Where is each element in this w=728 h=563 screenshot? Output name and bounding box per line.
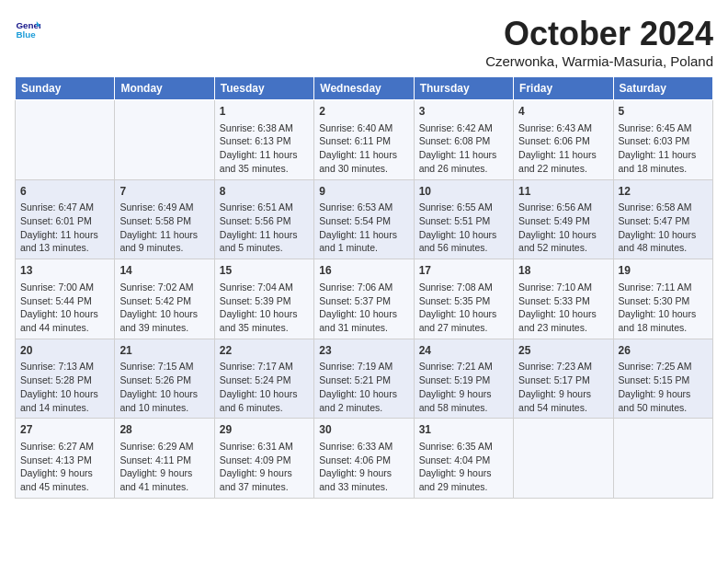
day-number: 20: [20, 343, 109, 359]
calendar-cell: 20Sunrise: 7:13 AMSunset: 5:28 PMDayligh…: [16, 339, 115, 419]
day-number: 29: [220, 422, 309, 438]
cell-content: Sunrise: 6:29 AMSunset: 4:11 PMDaylight:…: [119, 440, 209, 494]
cell-content: Sunrise: 7:23 AMSunset: 5:17 PMDaylight:…: [518, 360, 608, 414]
calendar-cell: 23Sunrise: 7:19 AMSunset: 5:21 PMDayligh…: [314, 339, 414, 419]
day-header-wednesday: Wednesday: [314, 77, 414, 100]
day-number: 25: [518, 343, 608, 359]
cell-content: Sunrise: 7:08 AMSunset: 5:35 PMDaylight:…: [419, 281, 508, 335]
calendar-cell: 9Sunrise: 6:53 AMSunset: 5:54 PMDaylight…: [314, 179, 414, 259]
cell-content: Sunrise: 6:53 AMSunset: 5:54 PMDaylight:…: [319, 201, 408, 255]
calendar-week-3: 13Sunrise: 7:00 AMSunset: 5:44 PMDayligh…: [16, 259, 713, 339]
day-number: 22: [220, 343, 309, 359]
calendar-body: 1Sunrise: 6:38 AMSunset: 6:13 PMDaylight…: [16, 100, 713, 499]
cell-content: Sunrise: 6:56 AMSunset: 5:49 PMDaylight:…: [518, 201, 608, 255]
calendar-cell: [613, 419, 712, 499]
cell-content: Sunrise: 6:47 AMSunset: 6:01 PMDaylight:…: [20, 201, 109, 255]
calendar-cell: 1Sunrise: 6:38 AMSunset: 6:13 PMDaylight…: [214, 100, 313, 180]
cell-content: Sunrise: 6:55 AMSunset: 5:51 PMDaylight:…: [419, 201, 508, 255]
day-number: 12: [619, 184, 708, 200]
day-number: 15: [220, 263, 309, 279]
day-header-saturday: Saturday: [613, 77, 712, 100]
day-number: 10: [419, 184, 508, 200]
cell-content: Sunrise: 6:38 AMSunset: 6:13 PMDaylight:…: [220, 121, 309, 176]
cell-content: Sunrise: 7:13 AMSunset: 5:28 PMDaylight:…: [20, 360, 109, 414]
calendar-cell: 18Sunrise: 7:10 AMSunset: 5:33 PMDayligh…: [514, 259, 613, 339]
day-header-monday: Monday: [115, 77, 214, 100]
cell-content: Sunrise: 6:58 AMSunset: 5:47 PMDaylight:…: [619, 201, 708, 255]
calendar-cell: 25Sunrise: 7:23 AMSunset: 5:17 PMDayligh…: [514, 339, 613, 419]
cell-content: Sunrise: 6:49 AMSunset: 5:58 PMDaylight:…: [119, 201, 209, 255]
calendar-week-2: 6Sunrise: 6:47 AMSunset: 6:01 PMDaylight…: [16, 179, 713, 259]
calendar-week-5: 27Sunrise: 6:27 AMSunset: 4:13 PMDayligh…: [16, 419, 713, 499]
day-number: 14: [119, 263, 209, 279]
calendar-header-row: SundayMondayTuesdayWednesdayThursdayFrid…: [16, 77, 713, 100]
cell-content: Sunrise: 6:40 AMSunset: 6:11 PMDaylight:…: [319, 121, 408, 176]
day-number: 4: [518, 104, 608, 120]
calendar-cell: 7Sunrise: 6:49 AMSunset: 5:58 PMDaylight…: [115, 179, 214, 259]
day-number: 18: [518, 263, 608, 279]
cell-content: Sunrise: 7:15 AMSunset: 5:26 PMDaylight:…: [119, 360, 209, 414]
cell-content: Sunrise: 7:21 AMSunset: 5:19 PMDaylight:…: [419, 360, 508, 414]
calendar-cell: 16Sunrise: 7:06 AMSunset: 5:37 PMDayligh…: [314, 259, 414, 339]
calendar-cell: 17Sunrise: 7:08 AMSunset: 5:35 PMDayligh…: [414, 259, 513, 339]
day-number: 1: [220, 104, 309, 120]
calendar-cell: 10Sunrise: 6:55 AMSunset: 5:51 PMDayligh…: [414, 179, 513, 259]
calendar-week-4: 20Sunrise: 7:13 AMSunset: 5:28 PMDayligh…: [16, 339, 713, 419]
calendar-cell: 21Sunrise: 7:15 AMSunset: 5:26 PMDayligh…: [115, 339, 214, 419]
day-header-friday: Friday: [514, 77, 613, 100]
cell-content: Sunrise: 7:06 AMSunset: 5:37 PMDaylight:…: [319, 281, 408, 335]
calendar-cell: 26Sunrise: 7:25 AMSunset: 5:15 PMDayligh…: [613, 339, 712, 419]
day-number: 28: [119, 422, 209, 438]
calendar-cell: 3Sunrise: 6:42 AMSunset: 6:08 PMDaylight…: [414, 100, 513, 180]
page-header: General Blue October 2024 Czerwonka, War…: [15, 15, 713, 69]
day-header-thursday: Thursday: [414, 77, 513, 100]
calendar-cell: 2Sunrise: 6:40 AMSunset: 6:11 PMDaylight…: [314, 100, 414, 180]
cell-content: Sunrise: 6:42 AMSunset: 6:08 PMDaylight:…: [419, 121, 508, 176]
day-number: 8: [220, 184, 309, 200]
cell-content: Sunrise: 6:27 AMSunset: 4:13 PMDaylight:…: [20, 440, 109, 494]
day-number: 3: [419, 104, 508, 120]
cell-content: Sunrise: 7:19 AMSunset: 5:21 PMDaylight:…: [319, 360, 408, 414]
cell-content: Sunrise: 6:33 AMSunset: 4:06 PMDaylight:…: [319, 440, 408, 494]
cell-content: Sunrise: 6:43 AMSunset: 6:06 PMDaylight:…: [518, 121, 608, 176]
day-number: 30: [319, 422, 408, 438]
cell-content: Sunrise: 6:51 AMSunset: 5:56 PMDaylight:…: [220, 201, 309, 255]
day-number: 27: [20, 422, 109, 438]
day-number: 7: [119, 184, 209, 200]
svg-text:Blue: Blue: [16, 29, 36, 40]
day-number: 13: [20, 263, 109, 279]
cell-content: Sunrise: 7:17 AMSunset: 5:24 PMDaylight:…: [220, 360, 309, 414]
title-block: October 2024 Czerwonka, Warmia-Masuria, …: [485, 15, 713, 69]
calendar-cell: [115, 100, 214, 180]
cell-content: Sunrise: 6:35 AMSunset: 4:04 PMDaylight:…: [419, 440, 508, 494]
day-number: 23: [319, 343, 408, 359]
calendar-cell: 4Sunrise: 6:43 AMSunset: 6:06 PMDaylight…: [514, 100, 613, 180]
calendar-cell: 13Sunrise: 7:00 AMSunset: 5:44 PMDayligh…: [16, 259, 115, 339]
calendar-cell: 14Sunrise: 7:02 AMSunset: 5:42 PMDayligh…: [115, 259, 214, 339]
cell-content: Sunrise: 7:25 AMSunset: 5:15 PMDaylight:…: [619, 360, 708, 414]
day-number: 17: [419, 263, 508, 279]
day-number: 2: [319, 104, 408, 120]
cell-content: Sunrise: 6:31 AMSunset: 4:09 PMDaylight:…: [220, 440, 309, 494]
calendar-cell: 27Sunrise: 6:27 AMSunset: 4:13 PMDayligh…: [16, 419, 115, 499]
calendar-cell: 29Sunrise: 6:31 AMSunset: 4:09 PMDayligh…: [214, 419, 313, 499]
calendar-cell: 11Sunrise: 6:56 AMSunset: 5:49 PMDayligh…: [514, 179, 613, 259]
calendar-cell: 28Sunrise: 6:29 AMSunset: 4:11 PMDayligh…: [115, 419, 214, 499]
calendar-cell: 6Sunrise: 6:47 AMSunset: 6:01 PMDaylight…: [16, 179, 115, 259]
logo-icon: General Blue: [15, 15, 40, 40]
cell-content: Sunrise: 7:00 AMSunset: 5:44 PMDaylight:…: [20, 281, 109, 335]
cell-content: Sunrise: 6:45 AMSunset: 6:03 PMDaylight:…: [619, 121, 708, 176]
day-number: 9: [319, 184, 408, 200]
day-number: 16: [319, 263, 408, 279]
day-number: 11: [518, 184, 608, 200]
day-number: 24: [419, 343, 508, 359]
calendar-cell: 30Sunrise: 6:33 AMSunset: 4:06 PMDayligh…: [314, 419, 414, 499]
logo: General Blue: [15, 15, 40, 40]
calendar-cell: 24Sunrise: 7:21 AMSunset: 5:19 PMDayligh…: [414, 339, 513, 419]
cell-content: Sunrise: 7:04 AMSunset: 5:39 PMDaylight:…: [220, 281, 309, 335]
day-number: 31: [419, 422, 508, 438]
calendar-cell: 22Sunrise: 7:17 AMSunset: 5:24 PMDayligh…: [214, 339, 313, 419]
day-header-tuesday: Tuesday: [214, 77, 313, 100]
calendar-cell: 8Sunrise: 6:51 AMSunset: 5:56 PMDaylight…: [214, 179, 313, 259]
calendar-cell: 31Sunrise: 6:35 AMSunset: 4:04 PMDayligh…: [414, 419, 513, 499]
